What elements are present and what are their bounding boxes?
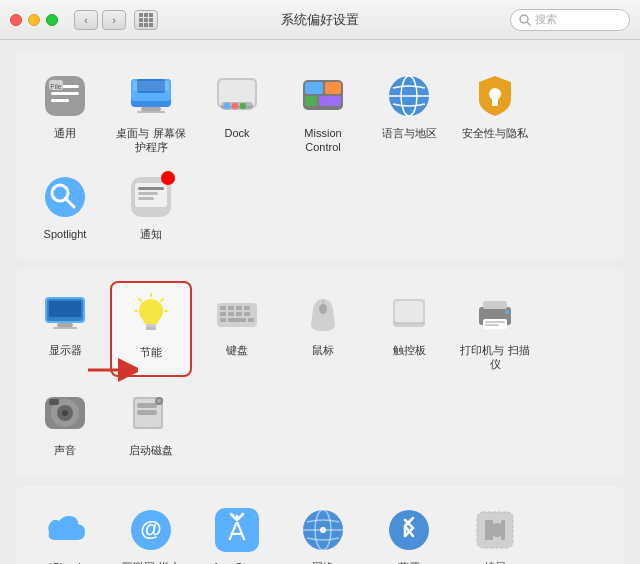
icon-item-mission[interactable]: Mission Control [282, 64, 364, 161]
icon-item-internetaccount[interactable]: @ 互联网 帐户 [110, 498, 192, 564]
icon-item-trackpad[interactable]: 触控板 [368, 281, 450, 378]
spotlight-label: Spotlight [44, 227, 87, 241]
icon-item-icloud[interactable]: iCloud [24, 498, 106, 564]
svg-rect-55 [146, 327, 156, 330]
icon-item-dock[interactable]: Dock [196, 64, 278, 161]
svg-rect-26 [224, 103, 230, 109]
bluetooth-label: 蓝牙 [398, 560, 420, 564]
maximize-button[interactable] [46, 14, 58, 26]
section-internet: iCloud @ 互联网 帐户 A [16, 486, 624, 564]
grid-button[interactable] [134, 10, 158, 30]
search-icon [519, 14, 531, 26]
icon-grid-2: 显示器 [24, 281, 616, 464]
icon-grid-3: iCloud @ 互联网 帐户 A [24, 498, 616, 564]
bluetooth-icon [383, 504, 435, 556]
search-box[interactable]: 搜索 [510, 9, 630, 31]
svg-point-83 [505, 310, 509, 314]
icon-item-mouse[interactable]: 鼠标 [282, 281, 364, 378]
svg-rect-33 [319, 96, 341, 106]
svg-rect-72 [248, 318, 254, 322]
icon-item-language[interactable]: 语言与地区 [368, 64, 450, 161]
svg-line-10 [527, 22, 530, 25]
close-button[interactable] [10, 14, 22, 26]
dock-icon [211, 70, 263, 122]
icon-item-general[interactable]: File 通用 [24, 64, 106, 161]
svg-rect-51 [53, 327, 77, 329]
display-label: 显示器 [49, 343, 82, 357]
icon-item-sound[interactable]: 声音 [24, 381, 106, 463]
svg-rect-1 [144, 13, 148, 17]
printer-label: 打印机与 扫描仪 [458, 343, 532, 372]
mouse-icon [297, 287, 349, 339]
window-title: 系统偏好设置 [281, 11, 359, 29]
svg-text:File: File [50, 83, 61, 90]
back-button[interactable]: ‹ [74, 10, 98, 30]
icon-item-network[interactable]: 网络 [282, 498, 364, 564]
language-label: 语言与地区 [382, 126, 437, 140]
search-placeholder: 搜索 [535, 12, 557, 27]
dock-label: Dock [224, 126, 249, 140]
keyboard-icon [211, 287, 263, 339]
icon-item-energy[interactable]: 节能 [110, 281, 192, 378]
svg-rect-91 [137, 403, 157, 408]
appstore-icon: A [211, 504, 263, 556]
svg-point-74 [319, 304, 327, 314]
spotlight-icon [39, 171, 91, 223]
svg-point-94 [157, 399, 161, 403]
security-icon [469, 70, 521, 122]
titlebar-right: 搜索 [510, 9, 630, 31]
svg-rect-65 [244, 306, 250, 310]
svg-rect-63 [228, 306, 234, 310]
svg-rect-79 [483, 301, 507, 309]
icon-item-security[interactable]: 安全性与隐私 [454, 64, 536, 161]
startup-label: 启动磁盘 [129, 443, 173, 457]
svg-rect-69 [244, 312, 250, 316]
network-label: 网络 [312, 560, 334, 564]
printer-icon [469, 287, 521, 339]
startup-icon [125, 387, 177, 439]
svg-rect-76 [395, 301, 423, 323]
icon-item-notify[interactable]: 通知 [110, 165, 192, 247]
forward-button[interactable]: › [102, 10, 126, 30]
security-label: 安全性与隐私 [462, 126, 528, 140]
svg-rect-21 [137, 111, 165, 113]
energy-icon [125, 289, 177, 341]
svg-rect-32 [305, 96, 317, 106]
svg-rect-45 [138, 192, 158, 195]
svg-rect-71 [228, 318, 246, 322]
minimize-button[interactable] [28, 14, 40, 26]
icon-item-desktop[interactable]: 桌面与 屏幕保护程序 [110, 64, 192, 161]
network-icon [297, 504, 349, 556]
desktop-icon [125, 70, 177, 122]
icon-item-extensions[interactable]: 扩展 [454, 498, 536, 564]
svg-rect-50 [57, 323, 73, 327]
titlebar-left: ‹ › [10, 10, 158, 30]
notify-label: 通知 [140, 227, 162, 241]
icon-item-spotlight[interactable]: Spotlight [24, 165, 106, 247]
main-content: File 通用 桌面与 屏幕保护程序 [0, 40, 640, 564]
extensions-icon [469, 504, 521, 556]
icloud-label: iCloud [49, 560, 80, 564]
svg-line-57 [161, 299, 163, 301]
svg-rect-22 [133, 81, 169, 91]
general-icon: File [39, 70, 91, 122]
icon-item-appstore[interactable]: A App Store [196, 498, 278, 564]
keyboard-label: 键盘 [226, 343, 248, 357]
icon-item-startup[interactable]: 启动磁盘 [110, 381, 192, 463]
general-label: 通用 [54, 126, 76, 140]
svg-rect-20 [141, 107, 161, 111]
svg-point-105 [320, 527, 326, 533]
svg-rect-88 [49, 399, 59, 405]
icon-item-printer[interactable]: 打印机与 扫描仪 [454, 281, 536, 378]
svg-text:@: @ [140, 516, 161, 541]
svg-rect-38 [492, 98, 498, 106]
desktop-label: 桌面与 屏幕保护程序 [114, 126, 188, 155]
language-icon [383, 70, 435, 122]
icon-item-display[interactable]: 显示器 [24, 281, 106, 378]
svg-rect-64 [236, 306, 242, 310]
icon-item-keyboard[interactable]: 键盘 [196, 281, 278, 378]
icon-item-bluetooth[interactable]: 蓝牙 [368, 498, 450, 564]
svg-rect-46 [138, 197, 154, 200]
svg-rect-13 [51, 92, 79, 95]
svg-rect-0 [139, 13, 143, 17]
